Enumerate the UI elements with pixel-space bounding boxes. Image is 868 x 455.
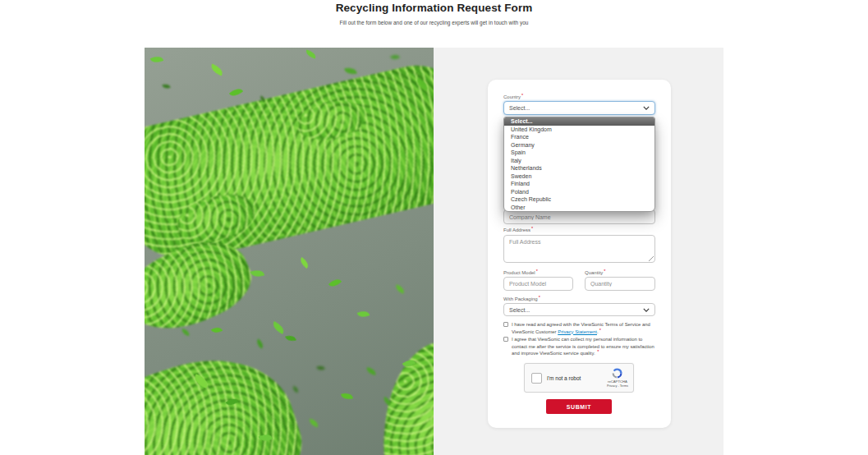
recaptcha-logo-icon — [612, 368, 622, 379]
with-packaging-label: With Packaging* — [503, 296, 540, 301]
leaf-decoration — [211, 325, 223, 336]
leaf-decoration — [341, 391, 353, 401]
leaf-cluster — [145, 337, 315, 455]
country-option[interactable]: Czech Republic — [504, 195, 654, 204]
leaf-decoration — [250, 268, 265, 280]
leaf-decoration — [305, 49, 317, 58]
leaf-decoration — [316, 365, 325, 372]
leaf-decoration — [271, 321, 287, 334]
leaf-decoration — [357, 309, 370, 320]
full-address-wrap — [503, 235, 655, 263]
country-option[interactable]: France — [504, 133, 654, 141]
terms-agreement-row: I have read and agreed with the ViewSoni… — [503, 321, 657, 336]
country-option[interactable]: Italy — [504, 157, 654, 165]
with-packaging-select[interactable]: Select... — [503, 303, 655, 316]
country-label: Country* — [503, 94, 523, 99]
recaptcha-widget: I'm not a robot reCAPTCHA Privacy - Term… — [524, 363, 634, 393]
leaf-decoration — [308, 419, 319, 428]
resize-grip-icon[interactable] — [649, 256, 654, 261]
country-select[interactable]: Select... — [503, 101, 655, 115]
recaptcha-checkbox[interactable] — [531, 373, 542, 384]
privacy-statement-link[interactable]: Privacy Statement — [558, 329, 597, 334]
data-collection-checkbox[interactable] — [503, 337, 508, 342]
leaf-decoration — [394, 284, 406, 294]
leaf-decoration — [285, 334, 296, 343]
product-model-label: Product Model* — [503, 270, 538, 275]
recycling-leaves-image — [145, 48, 434, 455]
leaf-decoration — [344, 67, 356, 76]
recaptcha-branding: reCAPTCHA Privacy - Terms — [607, 368, 628, 388]
country-dropdown-list: Select... United Kingdom France Germany … — [503, 117, 655, 212]
leaf-decoration — [255, 338, 265, 348]
request-form-card: Country* Select... Select... United King… — [488, 80, 671, 428]
country-option[interactable]: Netherlands — [504, 164, 654, 172]
country-option[interactable]: Poland — [504, 188, 654, 196]
chevron-down-icon — [643, 308, 650, 312]
leaf-decoration — [162, 83, 170, 90]
page-title: Recycling Information Request Form — [0, 2, 868, 14]
chevron-down-icon — [643, 106, 650, 110]
full-address-label: Full Address* — [503, 228, 533, 232]
recaptcha-label: I'm not a robot — [547, 375, 607, 381]
country-option[interactable]: United Kingdom — [504, 126, 654, 134]
data-collection-agreement-row: I agree that ViewSonic can collect my pe… — [503, 336, 657, 357]
page: Recycling Information Request Form Fill … — [0, 0, 868, 455]
leaf-decoration — [209, 64, 224, 76]
leaf-decoration — [181, 329, 190, 336]
country-option[interactable]: Select... — [504, 117, 654, 126]
country-option[interactable]: Finland — [504, 180, 654, 188]
quantity-input[interactable] — [585, 277, 655, 291]
terms-checkbox[interactable] — [503, 322, 508, 327]
leaf-decoration — [365, 367, 376, 375]
page-header: Recycling Information Request Form Fill … — [0, 0, 868, 25]
leaf-decoration — [229, 85, 243, 99]
data-collection-text: I agree that ViewSonic can collect my pe… — [512, 336, 657, 357]
country-option[interactable]: Sweden — [504, 172, 654, 181]
leaf-decoration — [390, 53, 400, 62]
leaf-cluster — [376, 337, 434, 455]
leaf-decoration — [292, 386, 300, 393]
country-option[interactable]: Spain — [504, 149, 654, 157]
country-option[interactable]: Other — [504, 204, 654, 212]
leaf-decoration — [328, 276, 342, 289]
recaptcha-privacy-link[interactable]: Privacy — [607, 384, 617, 388]
page-subtitle: Fill out the form below and one of our r… — [0, 20, 868, 25]
country-option[interactable]: Germany — [504, 141, 654, 149]
submit-button[interactable]: SUBMIT — [546, 399, 612, 414]
leaf-decoration — [150, 53, 163, 65]
leaf-decoration — [298, 257, 310, 269]
quantity-label: Quantity* — [585, 270, 606, 275]
product-model-input[interactable] — [503, 277, 573, 291]
terms-agreement-text: I have read and agreed with the ViewSoni… — [512, 321, 657, 336]
recaptcha-terms-link[interactable]: Terms — [620, 384, 628, 388]
full-address-textarea[interactable] — [503, 235, 655, 263]
content-area: Country* Select... Select... United King… — [145, 48, 723, 455]
